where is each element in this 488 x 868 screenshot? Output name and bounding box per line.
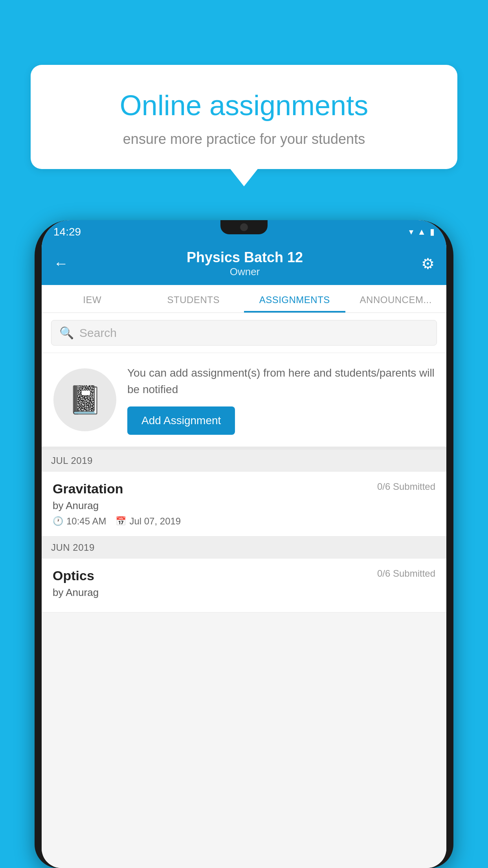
promo-text: You can add assignment(s) from here and … xyxy=(127,365,435,398)
back-button[interactable]: ← xyxy=(53,255,68,272)
assignment-item-optics[interactable]: Optics 0/6 Submitted by Anurag xyxy=(42,559,446,612)
add-assignment-button[interactable]: Add Assignment xyxy=(127,406,235,435)
front-camera xyxy=(240,223,248,231)
header-subtitle: Owner xyxy=(68,266,421,278)
meta-time-value: 10:45 AM xyxy=(66,516,106,527)
status-time: 14:29 xyxy=(53,226,81,238)
assignment-name-gravitation: Gravitation xyxy=(53,481,123,497)
section-header-jun: JUN 2019 xyxy=(42,537,446,559)
promo-icon-circle: 📓 xyxy=(53,368,116,431)
status-icons: ▾ ▲ ▮ xyxy=(409,227,435,237)
assignment-submitted-gravitation: 0/6 Submitted xyxy=(377,481,435,492)
meta-date-gravitation: 📅 Jul 07, 2019 xyxy=(116,516,181,527)
settings-icon[interactable]: ⚙ xyxy=(421,255,435,272)
search-icon: 🔍 xyxy=(59,326,74,340)
clock-icon: 🕐 xyxy=(53,516,63,526)
search-placeholder: Search xyxy=(79,326,117,340)
tab-assignments[interactable]: ASSIGNMENTS xyxy=(244,285,345,313)
meta-date-value: Jul 07, 2019 xyxy=(129,516,181,527)
signal-icon: ▲ xyxy=(417,227,426,237)
assignment-row1-optics: Optics 0/6 Submitted xyxy=(53,568,435,583)
phone-notch xyxy=(220,220,268,234)
section-header-jul: JUL 2019 xyxy=(42,450,446,472)
assignment-by-gravitation: by Anurag xyxy=(53,500,435,512)
tab-students[interactable]: STUDENTS xyxy=(143,285,244,313)
assignment-row1: Gravitation 0/6 Submitted xyxy=(53,481,435,497)
speech-bubble-card: Online assignments ensure more practice … xyxy=(31,65,457,169)
app-header: ← Physics Batch 12 Owner ⚙ xyxy=(42,242,446,285)
tab-announcements[interactable]: ANNOUNCEM... xyxy=(345,285,447,313)
screen-content: 🔍 Search 📓 You can add assignment(s) fro… xyxy=(42,313,446,868)
wifi-icon: ▾ xyxy=(409,227,413,237)
search-container: 🔍 Search xyxy=(42,313,446,353)
meta-time-gravitation: 🕐 10:45 AM xyxy=(53,516,106,527)
header-center: Physics Batch 12 Owner xyxy=(68,249,421,278)
assignment-meta-gravitation: 🕐 10:45 AM 📅 Jul 07, 2019 xyxy=(53,516,435,527)
search-bar[interactable]: 🔍 Search xyxy=(51,320,437,346)
calendar-icon: 📅 xyxy=(116,516,126,526)
header-title: Physics Batch 12 xyxy=(68,249,421,266)
assignment-by-optics: by Anurag xyxy=(53,587,435,599)
phone-screen: 14:29 ▾ ▲ ▮ ← Physics Batch 12 Owner ⚙ I… xyxy=(42,220,446,868)
tab-iew[interactable]: IEW xyxy=(42,285,143,313)
assignment-name-optics: Optics xyxy=(53,568,94,583)
speech-bubble-title: Online assignments xyxy=(52,88,436,122)
battery-icon: ▮ xyxy=(430,227,435,237)
speech-bubble-subtitle: ensure more practice for your students xyxy=(52,131,436,147)
promo-content: You can add assignment(s) from here and … xyxy=(127,365,435,435)
tabs-bar: IEW STUDENTS ASSIGNMENTS ANNOUNCEM... xyxy=(42,285,446,313)
assignment-item-gravitation[interactable]: Gravitation 0/6 Submitted by Anurag 🕐 10… xyxy=(42,472,446,537)
notebook-icon: 📓 xyxy=(68,384,102,416)
add-assignment-promo: 📓 You can add assignment(s) from here an… xyxy=(42,353,446,450)
assignment-submitted-optics: 0/6 Submitted xyxy=(377,568,435,579)
phone-frame: 14:29 ▾ ▲ ▮ ← Physics Batch 12 Owner ⚙ I… xyxy=(35,220,453,868)
